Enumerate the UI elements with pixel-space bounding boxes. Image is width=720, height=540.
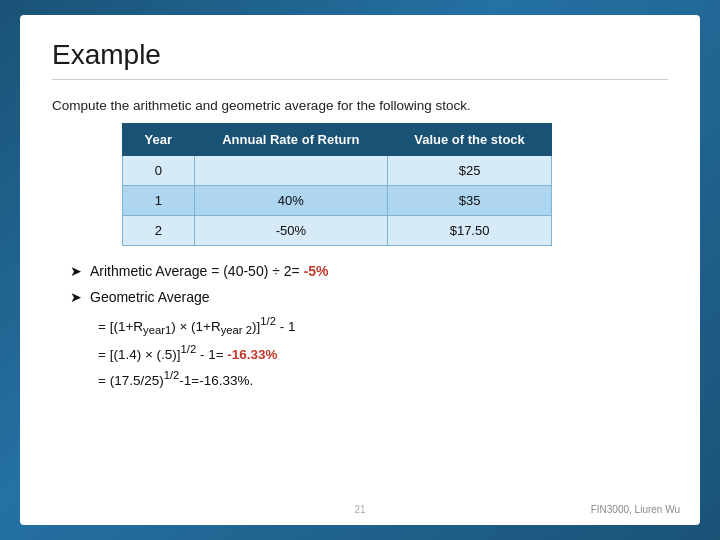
col-return: Annual Rate of Return [194,124,388,156]
geometric-label: Geometric Average [90,286,210,310]
footer-text: FIN3000, Liuren Wu [591,504,680,515]
formula-line-3: = (17.5/25)1/2-1=-16.33%. [98,366,668,392]
slide-title: Example [52,39,668,80]
formula-line-1: = [(1+Ryear1) × (1+Ryear 2)]1/2 - 1 [98,312,668,340]
geometric-bullet: ➤ Geometric Average [70,286,668,310]
table-row: 140%$35 [123,186,552,216]
subtitle: Compute the arithmetic and geometric ave… [52,98,668,113]
arrow-icon: ➤ [70,260,82,284]
col-value: Value of the stock [388,124,552,156]
formula-line-2: = [(1.4) × (.5)]1/2 - 1= -16.33% [98,340,668,366]
page-number: 21 [354,504,365,515]
slide: Example Compute the arithmetic and geome… [20,15,700,525]
arithmetic-bullet: ➤ Arithmetic Average = (40-50) ÷ 2= -5% [70,260,668,284]
sub-lines: = [(1+Ryear1) × (1+Ryear 2)]1/2 - 1 = [(… [98,312,668,393]
table-row: 2-50%$17.50 [123,216,552,246]
bullets-section: ➤ Arithmetic Average = (40-50) ÷ 2= -5% … [70,260,668,393]
arrow-icon-2: ➤ [70,286,82,310]
table-wrapper: Year Annual Rate of Return Value of the … [122,123,668,246]
table-header-row: Year Annual Rate of Return Value of the … [123,124,552,156]
table-row: 0$25 [123,156,552,186]
content-area: Compute the arithmetic and geometric ave… [52,98,668,505]
data-table: Year Annual Rate of Return Value of the … [122,123,552,246]
arithmetic-text: Arithmetic Average = (40-50) ÷ 2= -5% [90,260,329,284]
col-year: Year [123,124,195,156]
